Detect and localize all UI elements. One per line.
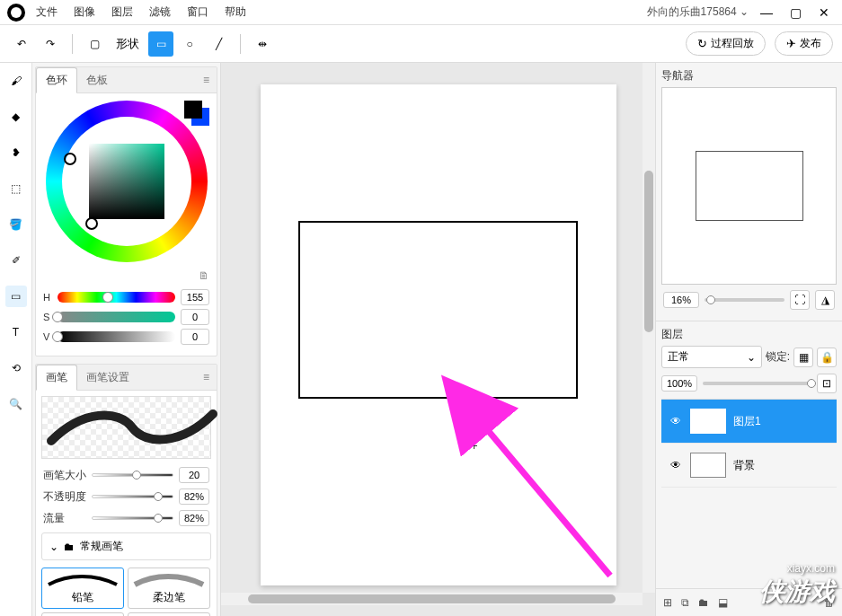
mirror-icon[interactable]: ⇹ [250, 31, 275, 57]
fit-screen-icon[interactable]: ⛶ [790, 290, 810, 310]
layer-name: 背景 [733, 458, 755, 473]
tool-strip: 🖌 ◆ ❥ ⬚ 🪣 ✐ ▭ T ⟲ 🔍 [0, 63, 32, 616]
menu-file[interactable]: 文件 [36, 4, 58, 20]
brush-preview [41, 396, 211, 459]
zoom-value[interactable]: 16% [663, 292, 699, 308]
menu-help[interactable]: 帮助 [225, 4, 246, 20]
hue-cursor[interactable] [64, 153, 76, 165]
maximize-button[interactable]: ▢ [784, 2, 806, 23]
lock-all-icon[interactable]: 🔒 [817, 348, 837, 367]
zoom-slider[interactable] [705, 298, 784, 302]
sv-cursor[interactable] [85, 217, 98, 230]
options-toolbar: ↶ ↷ ▢ 形状 ▭ ○ ╱ ⇹ ↻ 过程回放 ✈ 发布 [0, 25, 842, 63]
tab-color-swatch[interactable]: 色板 [77, 68, 117, 92]
brush-pencil[interactable]: 铅笔 [41, 568, 124, 609]
transform-tool[interactable]: ⟲ [5, 357, 27, 379]
eraser-tool[interactable]: ◆ [5, 106, 27, 128]
layer-options-icon[interactable]: ⊡ [817, 374, 837, 393]
eyedropper-tool[interactable]: ✐ [5, 250, 27, 271]
saturation-value-box[interactable] [89, 144, 164, 219]
folder-icon: 🖿 [64, 541, 75, 553]
color-swatch[interactable] [184, 101, 209, 126]
sat-value[interactable]: 0 [181, 309, 209, 325]
val-value[interactable]: 0 [181, 329, 209, 345]
shape-line[interactable]: ╱ [206, 31, 231, 57]
navigator-preview[interactable] [661, 87, 837, 285]
canvas-area[interactable]: + [221, 63, 655, 616]
brush-tool[interactable]: 🖌 [5, 70, 27, 92]
layer-opacity-value[interactable]: 100% [661, 375, 697, 392]
shape-tool[interactable]: ▭ [5, 286, 27, 307]
tab-brush[interactable]: 画笔 [36, 365, 77, 391]
fill-tool[interactable]: 🪣 [5, 214, 27, 235]
undo-button[interactable]: ↶ [9, 31, 34, 57]
visibility-icon[interactable]: 👁 [669, 415, 683, 427]
layer-item-1[interactable]: 👁 图层1 [661, 400, 837, 444]
rect-outline-icon[interactable]: ▢ [82, 31, 107, 57]
sat-slider[interactable] [58, 312, 175, 322]
menu-layer[interactable]: 图层 [111, 4, 133, 20]
color-panel: 色环 色板 ≡ 🗎 H155 S0 V0 [35, 66, 217, 356]
tab-color-ring[interactable]: 色环 [36, 67, 77, 93]
color-wheel[interactable] [46, 101, 208, 262]
text-tool[interactable]: T [5, 321, 27, 343]
brush-item-3[interactable] [41, 612, 124, 616]
hue-slider[interactable] [58, 292, 175, 303]
brush-category[interactable]: ⌄ 🖿 常规画笔 [41, 532, 211, 560]
panel-menu-icon[interactable]: ≡ [196, 70, 217, 90]
brush-flow-slider[interactable] [92, 516, 173, 520]
redo-button[interactable]: ↷ [38, 31, 63, 57]
menu-image[interactable]: 图像 [74, 4, 95, 20]
lock-alpha-icon[interactable]: ▦ [793, 348, 813, 367]
publish-button[interactable]: ✈ 发布 [775, 31, 833, 56]
s-label: S [43, 312, 52, 322]
lock-label: 锁定: [766, 349, 790, 365]
tab-brush-settings[interactable]: 画笔设置 [77, 365, 138, 390]
menu-window[interactable]: 窗口 [187, 4, 208, 20]
duplicate-layer-icon[interactable]: ⧉ [681, 596, 689, 609]
menu-filter[interactable]: 滤镜 [149, 4, 171, 20]
brush-opacity-value[interactable]: 82% [179, 488, 209, 505]
navigator-panel: 导航器 16% ⛶ ◮ [656, 63, 842, 321]
document-name[interactable]: 外向的乐曲175864 ⌄ [647, 4, 749, 20]
panel-menu-icon[interactable]: ≡ [196, 367, 217, 387]
delete-layer-icon[interactable]: 🗑 [824, 596, 835, 609]
brush-soft[interactable]: 柔边笔 [128, 568, 210, 609]
marquee-tool[interactable]: ⬚ [5, 178, 27, 199]
val-slider[interactable] [58, 331, 175, 342]
replay-button[interactable]: ↻ 过程回放 [686, 31, 766, 56]
layer-item-background[interactable]: 👁 背景 [661, 444, 837, 488]
blend-mode-select[interactable]: 正常⌄ [661, 346, 762, 368]
reset-color-icon[interactable]: 🗎 [36, 269, 217, 286]
navigator-viewbox[interactable] [696, 151, 803, 221]
brush-size-value[interactable]: 20 [179, 467, 209, 483]
flip-icon[interactable]: ◮ [815, 290, 835, 310]
brush-item-4[interactable] [128, 612, 210, 616]
app-logo [7, 4, 25, 22]
visibility-icon[interactable]: 👁 [669, 459, 683, 471]
merge-layer-icon[interactable]: ⬓ [718, 596, 728, 609]
add-layer-icon[interactable]: ⊞ [663, 596, 672, 609]
smudge-tool[interactable]: ❥ [5, 142, 27, 163]
layer-list: 👁 图层1 👁 背景 [661, 399, 837, 488]
add-folder-icon[interactable]: 🖿 [698, 596, 709, 609]
brush-flow-value[interactable]: 82% [179, 510, 209, 526]
layer-opacity-slider[interactable] [703, 382, 811, 385]
horizontal-scrollbar[interactable] [221, 593, 643, 605]
separator [72, 34, 73, 54]
brush-opacity-slider[interactable] [92, 495, 173, 498]
canvas[interactable]: + [261, 84, 616, 585]
brush-size-slider[interactable] [92, 473, 173, 477]
crosshair-cursor: + [471, 438, 478, 453]
brush-size-label: 画笔大小 [43, 468, 86, 483]
layer-name: 图层1 [733, 414, 761, 429]
hue-value[interactable]: 155 [181, 289, 209, 305]
zoom-tool[interactable]: 🔍 [5, 393, 27, 415]
minimize-button[interactable]: — [756, 2, 777, 23]
vertical-scrollbar[interactable] [643, 63, 655, 593]
shape-circle[interactable]: ○ [177, 31, 202, 57]
close-button[interactable]: ✕ [813, 2, 835, 23]
brush-panel: 画笔 画笔设置 ≡ 画笔大小20 不透明度82% 流量82% ⌄ 🖿 常规画笔 … [35, 364, 217, 616]
shape-rectangle[interactable]: ▭ [148, 31, 173, 57]
main-area: 🖌 ◆ ❥ ⬚ 🪣 ✐ ▭ T ⟲ 🔍 色环 色板 ≡ [0, 63, 842, 616]
